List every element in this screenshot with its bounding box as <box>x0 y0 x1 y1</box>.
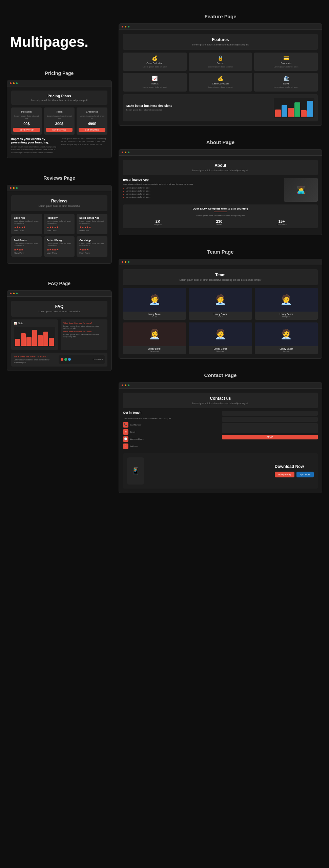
contact-section-text: Lorem ipsum dolor sit amet consectetur a… <box>123 417 219 420</box>
feature-desc-1: Lorem ipsum dolor sit amet <box>191 65 250 68</box>
stat-val-1: 230 <box>216 219 223 223</box>
team-card-1: 🧑‍💼 Loney Baker CTO <box>189 288 252 320</box>
chart-bar-1 <box>275 110 281 117</box>
feature-name-0: Cash Collection <box>126 62 184 64</box>
about-text: Best Finance App Lorem ipsum dolor sit a… <box>123 178 281 202</box>
dot-yellow-rv <box>13 187 15 189</box>
browser-bar-faq <box>7 291 111 297</box>
team-role-5: Analyst <box>255 350 318 354</box>
contact-icon-email: ✉ <box>123 429 128 435</box>
about-check-3: Lorem ipsum dolor sit amet <box>123 196 281 198</box>
review-card-4: Perfect Design Lorem ipsum dolor sit ame… <box>44 236 75 257</box>
stat-1: 230 Offices <box>216 219 223 225</box>
rv-title-1: Flexibility <box>47 217 72 219</box>
contact-info-text-3: Address <box>130 445 138 447</box>
google-play-button[interactable]: Google Play <box>275 472 294 477</box>
contact-submit-button[interactable]: SEND <box>222 435 318 439</box>
reviews-mock-browser: Reviews Lorem ipsum dolor sit amet conse… <box>7 185 112 264</box>
faq-header-subtitle: Lorem ipsum dolor sit amet consectetur <box>15 310 104 313</box>
about-header: About Lorem ipsum dolor sit amet consect… <box>123 160 318 176</box>
contact-header: Contact us Lorem ipsum dolor sit amet co… <box>123 393 318 409</box>
team-role-2: Designer <box>255 316 318 320</box>
pricing-bottom-heading: Impress your clients by presenting your … <box>11 137 58 144</box>
faq-bar-5 <box>38 335 43 346</box>
faq-bar-3 <box>26 337 32 346</box>
rv-text-2: Lorem ipsum dolor sit amet consectetur <box>79 220 105 224</box>
pricing-card-enterprise: Enterprise Lorem ipsum dolor sit amet el… <box>77 107 107 135</box>
app-store-button[interactable]: App Store <box>296 472 314 477</box>
team-name-1: Loney Baker <box>189 312 252 316</box>
feature-card-1: 🔒 Secure Lorem ipsum dolor sit amet <box>189 53 252 71</box>
reviews-header: Reviews Lorem ipsum dolor sit amet conse… <box>11 195 107 211</box>
contact-field-name[interactable] <box>222 411 318 416</box>
chart-bar-2 <box>282 105 287 117</box>
faq-bar-4 <box>32 330 37 346</box>
feature-icon-5: 🏦 <box>257 76 315 81</box>
pricing-card-team: Team Lorem ipsum dolor sit amet elit 399… <box>44 107 75 135</box>
team-name-0: Loney Baker <box>123 312 186 316</box>
plan-desc-personal: Lorem ipsum dolor sit amet elit <box>13 115 40 120</box>
download-banner: 📱 Download Now Google Play App Store <box>123 453 318 489</box>
stat-label-1: Offices <box>216 223 223 225</box>
review-card-3: Fast Server Lorem ipsum dolor sit amet c… <box>11 236 42 257</box>
contact-icon-phone: 📞 <box>123 422 128 428</box>
about-image: 👩‍💻 <box>284 178 318 202</box>
contact-info-2: 🕐 Working Hours <box>123 436 219 442</box>
team-card-3: 👩‍💼 Loney Baker Developer <box>123 322 186 354</box>
feature-card-0: 💰 Cash Collection Lorem ipsum dolor sit … <box>123 53 187 71</box>
about-check-2: Lorem ipsum dolor sit amet <box>123 193 281 195</box>
feature-browser-content: Features Lorem ipsum dolor sit amet cons… <box>119 30 322 125</box>
plan-btn-team[interactable]: GET STARTED <box>46 128 73 132</box>
contact-left: Get in Touch Lorem ipsum dolor sit amet … <box>123 411 219 450</box>
stat-2: 15+ Customers <box>277 219 287 225</box>
dot-red-faq <box>10 293 12 294</box>
dot-green-ab <box>128 152 129 153</box>
about-section-text: Lorem ipsum dolor sit amet consectetur a… <box>123 183 281 185</box>
faq-content: 📊 Stats What does this mean for us <box>11 319 107 350</box>
feature-header-title: Features <box>126 37 314 42</box>
dot-red-tm <box>122 261 123 263</box>
rv-title-4: Perfect Design <box>47 239 72 241</box>
pricing-bottom-text: Impress your clients by presenting your … <box>11 137 58 154</box>
about-header-title: About <box>126 163 314 168</box>
rv-author-3: Many Perry <box>14 252 39 254</box>
feature-name-4: Cash Collection <box>191 82 250 85</box>
faq-bar-6 <box>43 332 48 346</box>
team-name-3: Loney Baker <box>123 346 186 350</box>
mini-dot-1 <box>61 358 63 361</box>
feature-card-3: 📈 Invests Lorem ipsum dolor sit amet <box>123 73 187 91</box>
feature-banner: Make better business decisions Lorem ips… <box>123 94 318 121</box>
feature-desc-5: Lorem ipsum dolor sit amet <box>257 86 315 88</box>
contact-field-email[interactable] <box>222 417 318 422</box>
about-section-heading: Best Finance App <box>123 178 281 181</box>
rv-stars-1: ★★★★★ <box>47 226 72 229</box>
dot-red <box>10 82 12 84</box>
rv-text-0: Lorem ipsum dolor sit amet consectetur <box>14 220 39 224</box>
dot-green-faq <box>16 293 18 294</box>
rv-text-4: Lorem ipsum dolor sit amet consectetur <box>47 242 72 246</box>
about-section: Best Finance App Lorem ipsum dolor sit a… <box>123 178 318 202</box>
contact-icon-hours: 🕐 <box>123 436 128 442</box>
faq-bottom: What does this mean for users? Lorem ips… <box>11 353 107 367</box>
plan-btn-personal[interactable]: GET STARTED <box>13 128 40 132</box>
dot-yellow-faq <box>13 293 15 294</box>
rv-text-5: Lorem ipsum dolor sit amet consectetur <box>79 242 105 246</box>
feature-name-2: Payments <box>257 62 315 64</box>
faq-bar-1 <box>15 339 20 346</box>
feature-banner-heading: Make better business decisions <box>126 104 172 107</box>
faq-mock-browser: FAQ Lorem ipsum dolor sit amet consectet… <box>7 290 112 371</box>
faq-bar-2 <box>21 333 26 346</box>
plan-btn-enterprise[interactable]: GET STARTED <box>79 128 105 132</box>
feature-banner-text: Make better business decisions Lorem ips… <box>126 104 172 111</box>
faq-answer2: Lorem ipsum dolor sit amet consectetur a… <box>63 334 105 338</box>
stats-text: Lorem ipsum dolor sit amet consectetur a… <box>127 214 314 217</box>
faq-header-title: FAQ <box>15 304 104 309</box>
rv-text-1: Lorem ipsum dolor sit amet consectetur <box>47 220 72 224</box>
team-role-3: Developer <box>123 350 186 354</box>
contact-icon-address: 📍 <box>123 443 128 449</box>
team-name-5: Loney Baker <box>255 346 318 350</box>
feature-banner-chart <box>176 98 314 118</box>
contact-browser-content: Contact us Lorem ipsum dolor sit amet co… <box>119 389 322 493</box>
contact-field-message[interactable] <box>222 423 318 433</box>
faq-chart-area <box>14 327 55 347</box>
